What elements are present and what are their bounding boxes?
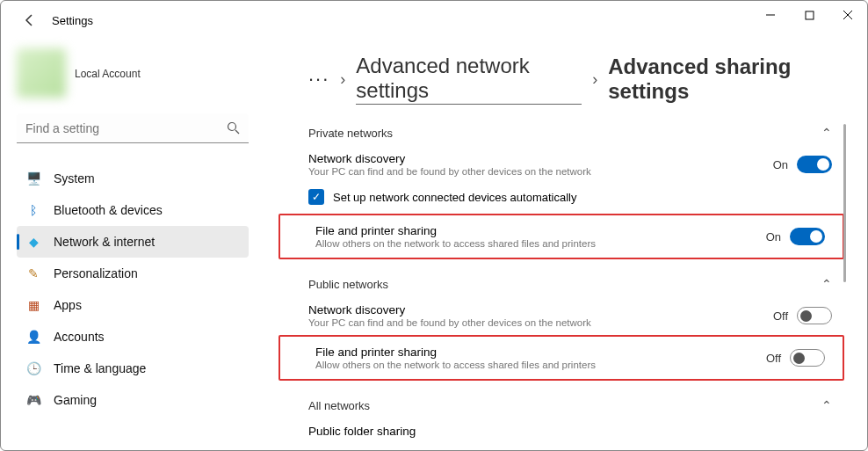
highlight-public-file-sharing: File and printer sharing Allow others on… (278, 335, 844, 381)
search-icon (227, 121, 240, 138)
chevron-up-icon: ⌃ (821, 277, 832, 291)
row-auto-setup-devices[interactable]: ✓ Set up network connected devices autom… (273, 184, 850, 214)
row-public-folder-sharing: Public folder sharing (273, 418, 850, 445)
sidebar-item-apps[interactable]: ▦Apps (17, 289, 249, 321)
sidebar-item-label: Gaming (54, 393, 97, 407)
sidebar-item-personalization[interactable]: ✎Personalization (17, 258, 249, 289)
highlight-private-file-sharing: File and printer sharing Allow others on… (278, 214, 844, 259)
window-title: Settings (52, 14, 93, 27)
svg-point-2 (228, 123, 236, 131)
close-button[interactable] (828, 1, 867, 29)
section-title: Private networks (308, 127, 393, 140)
page-title: Advanced sharing settings (608, 55, 850, 104)
main-panel: ··· › Advanced network settings › Advanc… (273, 54, 850, 450)
titlebar: Settings (1, 1, 867, 40)
svg-rect-1 (806, 11, 814, 19)
svg-line-3 (235, 130, 239, 134)
toggle-state-label: Off (773, 309, 788, 323)
toggle-private-file-printer-sharing[interactable] (790, 228, 825, 245)
nav-icon: 🎮 (25, 392, 41, 408)
row-public-file-printer-sharing: File and printer sharing Allow others on… (280, 338, 843, 377)
toggle-state-label: Off (766, 352, 781, 365)
section-header-all[interactable]: All networks ⌃ (273, 393, 850, 418)
setting-title: File and printer sharing (315, 224, 766, 237)
toggle-state-label: On (766, 230, 781, 244)
chevron-right-icon: › (592, 70, 597, 89)
section-public-networks: Public networks ⌃ Network discovery Your… (273, 272, 850, 381)
breadcrumb-more-icon[interactable]: ··· (308, 68, 329, 91)
window-controls (751, 1, 867, 29)
checkbox-label: Set up network connected devices automat… (333, 191, 577, 204)
setting-title: Public folder sharing (308, 425, 832, 438)
setting-title: Network discovery (308, 303, 773, 316)
maximize-button[interactable] (790, 1, 828, 29)
nav-icon: ◆ (25, 234, 41, 250)
breadcrumb-parent[interactable]: Advanced network settings (356, 54, 582, 105)
checkbox-auto-setup[interactable]: ✓ (308, 189, 324, 205)
section-private-networks: Private networks ⌃ Network discovery You… (273, 120, 850, 259)
row-private-network-discovery: Network discovery Your PC can find and b… (273, 145, 850, 184)
search-box[interactable] (17, 113, 249, 143)
scrollbar[interactable] (843, 124, 846, 282)
setting-subtitle: Your PC can find and be found by other d… (308, 317, 773, 328)
chevron-up-icon: ⌃ (821, 398, 832, 412)
row-public-network-discovery: Network discovery Your PC can find and b… (273, 296, 850, 335)
nav-icon: ✎ (25, 266, 41, 281)
avatar (17, 48, 66, 98)
toggle-private-network-discovery[interactable] (797, 156, 832, 173)
nav-icon: 👤 (25, 329, 41, 345)
toggle-state-label: On (773, 158, 788, 171)
sidebar-item-gaming[interactable]: 🎮Gaming (17, 384, 249, 416)
sidebar-item-label: Accounts (54, 330, 105, 344)
setting-title: File and printer sharing (315, 346, 766, 359)
sidebar-item-label: Apps (54, 298, 82, 312)
chevron-up-icon: ⌃ (821, 126, 832, 140)
nav-icon: 🖥️ (25, 171, 41, 186)
row-private-file-printer-sharing: File and printer sharing Allow others on… (280, 217, 843, 256)
setting-subtitle: Your PC can find and be found by other d… (308, 166, 773, 177)
sidebar-item-label: System (54, 171, 95, 185)
sidebar-item-network-internet[interactable]: ◆Network & internet (17, 226, 249, 258)
back-button[interactable] (20, 11, 40, 30)
setting-subtitle: Allow others on the network to access sh… (315, 238, 766, 249)
setting-subtitle: Allow others on the network to access sh… (315, 360, 766, 370)
section-header-private[interactable]: Private networks ⌃ (273, 120, 850, 145)
nav-icon: ▦ (25, 297, 41, 313)
section-title: Public networks (308, 278, 388, 291)
sidebar-item-label: Network & internet (54, 235, 155, 249)
chevron-right-icon: › (340, 70, 345, 89)
sidebar-item-label: Bluetooth & devices (54, 203, 163, 217)
minimize-button[interactable] (751, 1, 790, 29)
sidebar-item-accounts[interactable]: 👤Accounts (17, 321, 249, 353)
section-all-networks: All networks ⌃ Public folder sharing (273, 393, 850, 445)
section-title: All networks (308, 399, 370, 412)
breadcrumb: ··· › Advanced network settings › Advanc… (273, 54, 850, 105)
search-input[interactable] (17, 113, 249, 143)
sidebar-item-system[interactable]: 🖥️System (17, 163, 249, 194)
profile-subtitle: Local Account (75, 68, 141, 80)
sidebar-item-time-language[interactable]: 🕒Time & language (17, 353, 249, 384)
sidebar-item-label: Personalization (54, 266, 138, 280)
sidebar-item-label: Time & language (54, 361, 146, 375)
toggle-public-network-discovery[interactable] (797, 307, 832, 324)
toggle-public-file-printer-sharing[interactable] (790, 349, 825, 367)
section-header-public[interactable]: Public networks ⌃ (273, 272, 850, 296)
nav-list: 🖥️SystemᛒBluetooth & devices◆Network & i… (17, 163, 249, 416)
setting-title: Network discovery (308, 152, 773, 165)
nav-icon: 🕒 (25, 360, 41, 376)
nav-icon: ᛒ (25, 202, 41, 218)
sidebar: Local Account 🖥️SystemᛒBluetooth & devic… (1, 43, 264, 416)
profile-block[interactable]: Local Account (17, 47, 249, 99)
sidebar-item-bluetooth-devices[interactable]: ᛒBluetooth & devices (17, 194, 249, 226)
